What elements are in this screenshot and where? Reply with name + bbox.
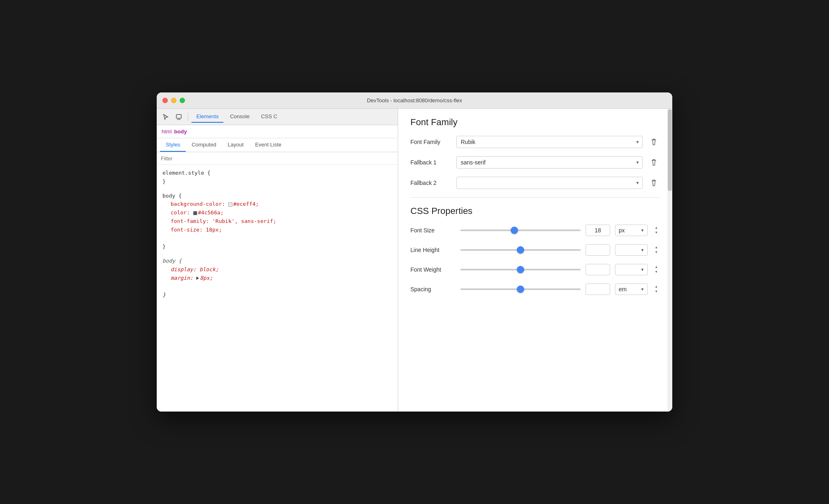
layers-icon xyxy=(176,114,182,120)
font-weight-thumb[interactable] xyxy=(517,266,524,273)
minimize-button[interactable] xyxy=(171,98,176,103)
fallback2-row: Fallback 2 sans-serif serif ▾ xyxy=(410,177,660,189)
spacing-label: Spacing xyxy=(410,286,455,292)
sub-tab-bar: Styles Computed Layout Event Liste xyxy=(157,138,398,152)
css-properties-title: CSS Properties xyxy=(410,206,660,216)
font-weight-stepper: ▲ ▼ xyxy=(653,265,660,274)
left-panel: Elements Console CSS C html body Styles xyxy=(157,109,398,412)
breadcrumb-body[interactable]: body xyxy=(174,128,187,135)
titlebar: DevTools - localhost:8080/demo/css-flex xyxy=(157,92,672,109)
font-family-select-wrapper: Rubik Arial Georgia ▾ xyxy=(456,136,643,148)
css-value-display: block; xyxy=(199,266,219,272)
font-weight-step-up[interactable]: ▲ xyxy=(653,265,660,270)
svg-rect-0 xyxy=(176,115,181,118)
css-brace-close-3: } xyxy=(162,292,166,298)
line-height-slider[interactable] xyxy=(460,249,581,251)
font-weight-row: Font Weight 100 400 700 ▾ ▲ ▼ xyxy=(410,264,660,275)
color-swatch-text xyxy=(193,211,197,215)
font-family-select[interactable]: Rubik Arial Georgia xyxy=(456,136,643,148)
line-height-step-down[interactable]: ▼ xyxy=(653,250,660,255)
sub-tab-styles[interactable]: Styles xyxy=(160,138,186,152)
line-height-unit-select[interactable]: px em xyxy=(615,244,648,256)
font-weight-unit-wrapper: 100 400 700 ▾ xyxy=(615,264,648,275)
font-weight-input[interactable] xyxy=(586,264,610,275)
spacing-row: Spacing em px rem % ▾ ▲ ▼ xyxy=(410,284,660,295)
css-prop-bg-color[interactable]: background-color: #eceff4; xyxy=(162,200,392,209)
font-size-slider[interactable] xyxy=(460,230,581,231)
fallback1-label: Fallback 1 xyxy=(410,159,451,166)
css-prop-display[interactable]: display: block; xyxy=(162,266,392,274)
maximize-button[interactable] xyxy=(180,98,185,103)
line-height-label: Line Height xyxy=(410,247,455,253)
css-prop-margin[interactable]: margin: 8px; xyxy=(162,274,392,283)
fallback1-delete-button[interactable] xyxy=(648,156,660,169)
css-block-element-style: element.style { } xyxy=(162,169,392,186)
close-button[interactable] xyxy=(162,98,168,103)
margin-triangle[interactable] xyxy=(196,277,199,280)
css-block-body-computed: body { display: block; margin: 8px; } xyxy=(162,257,392,299)
sub-tab-event-listeners[interactable]: Event Liste xyxy=(249,138,287,152)
font-size-thumb[interactable] xyxy=(511,227,518,234)
filter-input[interactable] xyxy=(161,155,394,162)
css-prop-font-family[interactable]: font-family: 'Rubik', sans-serif; xyxy=(162,217,392,226)
fallback2-select[interactable]: sans-serif serif xyxy=(456,177,643,189)
trash-icon-1 xyxy=(651,138,657,146)
cursor-icon-btn[interactable] xyxy=(160,111,171,123)
devtools-body: Elements Console CSS C html body Styles xyxy=(157,109,672,412)
tab-console[interactable]: Console xyxy=(225,111,255,123)
spacing-input[interactable] xyxy=(586,284,610,295)
css-brace-close-1: } xyxy=(162,178,166,184)
css-brace-close-2: } xyxy=(162,243,166,250)
tab-css[interactable]: CSS C xyxy=(256,111,282,123)
tab-elements[interactable]: Elements xyxy=(191,111,223,123)
fallback2-select-wrapper: sans-serif serif ▾ xyxy=(456,177,643,189)
sub-tab-computed[interactable]: Computed xyxy=(186,138,222,152)
font-size-label: Font Size xyxy=(410,227,455,234)
font-weight-step-down[interactable]: ▼ xyxy=(653,270,660,274)
font-size-input[interactable] xyxy=(586,225,610,236)
css-editor: element.style { } body { background-colo… xyxy=(157,165,398,412)
spacing-step-up[interactable]: ▲ xyxy=(653,284,660,289)
trash-icon-3 xyxy=(651,179,657,187)
font-weight-slider[interactable] xyxy=(460,269,581,270)
font-weight-unit-select[interactable]: 100 400 700 xyxy=(615,264,648,275)
fallback2-delete-button[interactable] xyxy=(648,177,660,189)
trash-icon-2 xyxy=(651,159,657,166)
fallback1-select-wrapper: sans-serif serif monospace ▾ xyxy=(456,156,643,169)
css-value-bg: #eceff4; xyxy=(233,201,259,207)
breadcrumb-html[interactable]: html xyxy=(162,128,172,135)
sub-tab-layout[interactable]: Layout xyxy=(222,138,249,152)
fallback1-select[interactable]: sans-serif serif monospace xyxy=(456,156,643,169)
tab-separator xyxy=(188,113,188,121)
css-selector-body: body { xyxy=(162,193,182,199)
css-prop-font-size[interactable]: font-size: 18px; xyxy=(162,226,392,234)
font-family-label: Font Family xyxy=(410,139,451,145)
css-prop-color[interactable]: color: #4c566a; xyxy=(162,209,392,217)
css-value-color: #4c566a; xyxy=(198,209,224,216)
scrollbar-track xyxy=(667,109,672,412)
font-size-stepper: ▲ ▼ xyxy=(653,225,660,235)
line-height-step-up[interactable]: ▲ xyxy=(653,245,660,250)
spacing-unit-select[interactable]: em px rem % xyxy=(615,284,648,295)
line-height-input[interactable] xyxy=(586,244,610,256)
spacing-slider[interactable] xyxy=(460,288,581,290)
scrollbar-thumb[interactable] xyxy=(668,109,672,191)
font-size-row: Font Size px em rem % ▾ ▲ ▼ xyxy=(410,225,660,236)
section-divider xyxy=(410,197,660,198)
spacing-step-down[interactable]: ▼ xyxy=(653,289,660,294)
spacing-thumb[interactable] xyxy=(517,286,524,293)
fallback1-row: Fallback 1 sans-serif serif monospace ▾ xyxy=(410,156,660,169)
layers-icon-btn[interactable] xyxy=(173,111,185,123)
css-value-font-size: 18px; xyxy=(206,227,222,233)
font-family-row: Font Family Rubik Arial Georgia ▾ xyxy=(410,136,660,148)
spacing-stepper: ▲ ▼ xyxy=(653,284,660,294)
font-size-unit-select[interactable]: px em rem % xyxy=(615,225,648,236)
font-size-step-up[interactable]: ▲ xyxy=(653,225,660,230)
font-size-unit-wrapper: px em rem % ▾ xyxy=(615,225,648,236)
filter-bar xyxy=(157,152,398,165)
font-family-delete-button[interactable] xyxy=(648,136,660,148)
line-height-thumb[interactable] xyxy=(517,246,524,254)
css-selector-body-italic: body { xyxy=(162,258,182,264)
font-family-title: Font Family xyxy=(410,117,660,128)
font-size-step-down[interactable]: ▼ xyxy=(653,230,660,235)
